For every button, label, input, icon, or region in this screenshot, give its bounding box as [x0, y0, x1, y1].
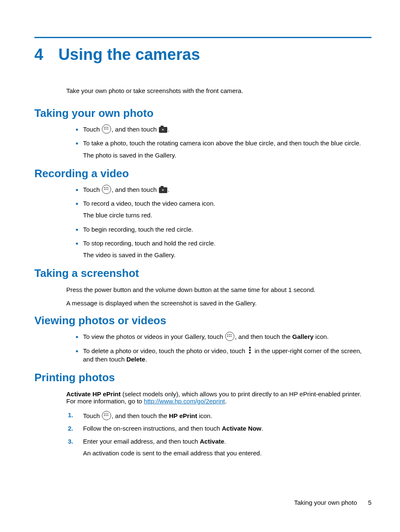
list-recording-video: Touch , and then touch . To record a vid… [66, 184, 371, 260]
bold-text: Activate Now [222, 425, 261, 432]
list-item: To record a video, touch the video camer… [83, 198, 371, 220]
section-heading-taking-photo: Taking your own photo [34, 107, 371, 120]
bold-text: Activate HP ePrint [66, 390, 121, 398]
all-apps-icon [225, 332, 234, 341]
text: , and then touch [112, 186, 158, 193]
list-item: To delete a photo or video, touch the ph… [83, 346, 371, 364]
bold-text: HP ePrint [169, 412, 197, 419]
paragraph: Press the power button and the volume do… [66, 286, 371, 293]
page: 4 Using the cameras Take your own photo … [0, 0, 400, 532]
intro-paragraph: Take your own photo or take screenshots … [66, 87, 371, 94]
paragraph: A message is displayed when the screensh… [66, 300, 371, 307]
eprint-link[interactable]: http://www.hp.com/go/2eprint [144, 398, 225, 405]
list-item: To view the photos or videos in your Gal… [83, 331, 371, 341]
text: . [261, 425, 263, 432]
text: An activation code is sent to the email … [83, 449, 371, 457]
list-item: Touch , and then touch . [83, 124, 371, 134]
text: . [168, 126, 169, 133]
text: The photo is saved in the Gallery. [83, 151, 371, 160]
text: Touch [83, 126, 101, 133]
list-taking-photo: Touch , and then touch . To take a photo… [66, 124, 371, 160]
camera-icon [159, 127, 167, 133]
list-item: To take a photo, touch the rotating came… [83, 138, 371, 160]
text: icon. [314, 333, 329, 340]
paragraph: Activate HP ePrint (select models only),… [66, 390, 371, 405]
text: The blue circle turns red. [83, 211, 371, 220]
list-item: To begin recording, touch the red circle… [83, 224, 371, 234]
footer-section: Taking your own photo [294, 499, 357, 506]
section-heading-recording-video: Recording a video [34, 167, 371, 180]
list-item: To stop recording, touch and hold the re… [83, 238, 371, 260]
text: , and then touch the [235, 333, 292, 340]
top-rule [34, 37, 371, 38]
text: , and then touch [112, 126, 158, 133]
text: icon. [197, 412, 212, 419]
list-item: Touch , and then touch . [83, 184, 371, 194]
chapter-title: Using the cameras [58, 46, 200, 64]
list-printing-steps: Touch , and then touch the HP ePrint ico… [66, 411, 371, 457]
section-heading-viewing: Viewing photos or videos [34, 314, 371, 327]
bold-text: Activate [200, 438, 224, 445]
text: To delete a photo or video, touch the ph… [83, 347, 247, 354]
text: , and then touch the [112, 412, 169, 419]
bold-text: Delete [126, 356, 145, 363]
section-heading-screenshot: Taking a screenshot [34, 267, 371, 280]
list-item: Follow the on-screen instructions, and t… [83, 424, 371, 433]
page-footer: Taking your own photo 5 [294, 499, 371, 506]
list-item: Touch , and then touch the HP ePrint ico… [83, 411, 371, 420]
text: To take a photo, touch the rotating came… [83, 139, 361, 147]
text: Enter your email address, and then touch [83, 438, 200, 445]
text: . [224, 438, 226, 445]
bold-text: Gallery [292, 333, 314, 340]
list-item: Enter your email address, and then touch… [83, 437, 371, 458]
text: Touch [83, 186, 101, 193]
chapter-number: 4 [34, 46, 43, 64]
camera-icon [159, 187, 167, 193]
all-apps-icon [102, 411, 111, 420]
chapter-heading: 4 Using the cameras [34, 46, 371, 64]
text: . [145, 356, 147, 363]
section-heading-printing: Printing photos [34, 371, 371, 384]
text: . [225, 398, 227, 405]
page-number: 5 [368, 499, 371, 506]
text: To record a video, touch the video camer… [83, 200, 215, 207]
overflow-menu-icon [249, 347, 251, 354]
text: . [168, 186, 169, 193]
all-apps-icon [102, 124, 111, 134]
text: To view the photos or videos in your Gal… [83, 333, 225, 340]
list-viewing: To view the photos or videos in your Gal… [66, 331, 371, 364]
text: The video is saved in the Gallery. [83, 251, 371, 259]
all-apps-icon [102, 185, 111, 194]
text: Touch [83, 412, 101, 419]
text: To stop recording, touch and hold the re… [83, 240, 216, 247]
text: Follow the on-screen instructions, and t… [83, 425, 222, 432]
